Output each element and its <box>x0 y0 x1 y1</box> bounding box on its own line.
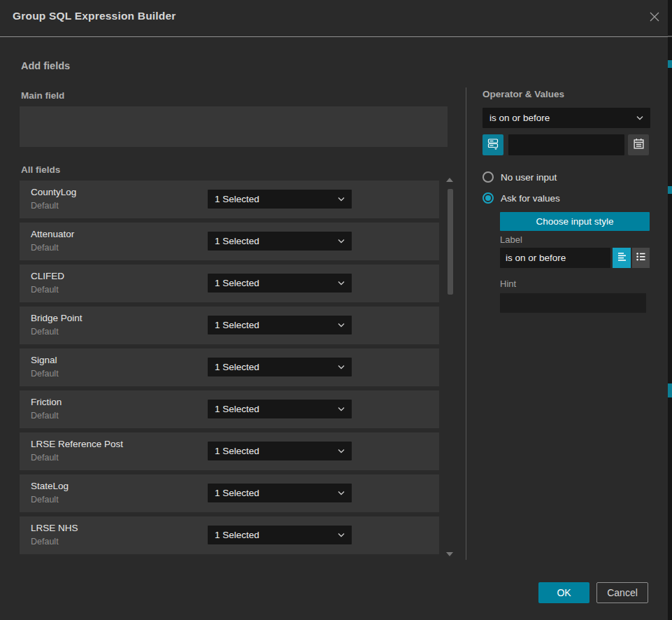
field-row: LRSE Reference Post Default 1 Selected <box>20 432 439 470</box>
operator-select-value: is on or before <box>489 113 550 123</box>
radio-ask-for-values[interactable]: Ask for values <box>482 192 560 204</box>
field-sublabel: Default <box>31 537 59 547</box>
align-left-icon <box>617 251 627 265</box>
hint-input[interactable] <box>500 293 646 313</box>
dialog-title: Group SQL Expression Builder <box>13 10 176 22</box>
field-values-select[interactable]: 1 Selected <box>208 274 352 293</box>
field-sublabel: Default <box>31 369 59 379</box>
field-values-select[interactable]: 1 Selected <box>208 190 352 209</box>
field-sublabel: Default <box>31 411 59 421</box>
bullet-list-icon <box>636 251 646 265</box>
chevron-down-icon <box>338 407 345 411</box>
chevron-down-icon <box>338 281 345 286</box>
radio-circle-checked <box>482 192 494 204</box>
chevron-down-icon <box>338 449 345 453</box>
calendar-icon <box>633 138 645 153</box>
radio-circle <box>482 171 494 183</box>
field-values-select[interactable]: 1 Selected <box>208 484 352 502</box>
close-button[interactable] <box>646 10 663 27</box>
main-field-container: CountyLog | Default From Date <box>20 106 448 147</box>
radio-ask-for-values-label: Ask for values <box>501 193 560 204</box>
chevron-down-icon <box>636 115 643 120</box>
field-row: Bridge Point Default 1 Selected <box>20 307 439 344</box>
cancel-button[interactable]: Cancel <box>596 582 648 603</box>
field-values-select[interactable]: 1 Selected <box>208 400 352 418</box>
field-values-select-value: 1 Selected <box>215 236 259 246</box>
field-name: LRSE Reference Post <box>31 439 123 449</box>
close-icon <box>648 10 661 26</box>
operator-select[interactable]: is on or before <box>482 108 650 128</box>
input-type-icon <box>487 137 499 153</box>
field-name: Attenuator <box>31 229 74 239</box>
field-values-select-value: 1 Selected <box>215 362 259 372</box>
dialog-surface: Group SQL Expression Builder Add fields … <box>0 0 668 620</box>
chevron-down-icon <box>338 491 345 495</box>
field-sublabel: Default <box>31 243 59 253</box>
chevron-down-icon <box>338 197 345 202</box>
chevron-down-icon <box>338 365 345 369</box>
main-field-heading: Main field <box>21 90 64 101</box>
title-separator <box>0 36 668 37</box>
field-row: CountyLog Default 1 Selected <box>20 181 439 218</box>
field-values-select-value: 1 Selected <box>215 530 259 540</box>
field-values-select-value: 1 Selected <box>215 446 259 456</box>
field-values-select[interactable]: 1 Selected <box>208 526 352 544</box>
group-sql-expression-builder-dialog: Group SQL Expression Builder Add fields … <box>0 0 672 620</box>
field-sublabel: Default <box>31 453 59 463</box>
hint-caption: Hint <box>500 279 516 289</box>
add-fields-heading: Add fields <box>21 60 70 71</box>
field-values-select[interactable]: 1 Selected <box>208 358 352 376</box>
label-caption: Label <box>500 234 522 245</box>
date-picker-button[interactable] <box>628 134 649 155</box>
field-sublabel: Default <box>31 285 59 295</box>
scrollbar-up-arrow[interactable] <box>446 178 453 182</box>
radio-no-user-input-label: No user input <box>501 172 557 183</box>
field-values-select-value: 1 Selected <box>215 488 259 498</box>
field-values-select-value: 1 Selected <box>215 278 259 288</box>
value-input[interactable] <box>508 134 624 155</box>
all-fields-list: CountyLog Default 1 Selected Attenuator … <box>20 181 439 558</box>
backdrop-fragment <box>668 383 672 397</box>
field-row: Signal Default 1 Selected <box>20 348 439 386</box>
choose-input-style-button[interactable]: Choose input style <box>500 212 650 231</box>
label-input[interactable] <box>500 248 610 268</box>
radio-no-user-input[interactable]: No user input <box>482 171 557 183</box>
field-row: CLIFED Default 1 Selected <box>20 265 439 302</box>
scrollbar-down-arrow[interactable] <box>446 552 453 556</box>
field-name: Signal <box>31 355 57 365</box>
field-values-select-value: 1 Selected <box>215 194 259 204</box>
field-values-select[interactable]: 1 Selected <box>208 316 352 334</box>
input-type-button[interactable] <box>482 134 503 155</box>
backdrop-fragment <box>668 60 672 68</box>
chevron-down-icon <box>338 323 345 327</box>
field-row: Attenuator Default 1 Selected <box>20 223 439 260</box>
backdrop-fragment <box>668 36 672 37</box>
all-fields-heading: All fields <box>21 164 60 175</box>
field-name: CLIFED <box>31 271 64 281</box>
field-sublabel: Default <box>31 327 59 337</box>
chevron-down-icon <box>338 239 345 244</box>
background-edge-strip <box>668 0 672 620</box>
field-sublabel: Default <box>31 495 59 505</box>
scrollbar-thumb[interactable] <box>448 189 453 295</box>
field-values-select-value: 1 Selected <box>215 320 259 330</box>
field-name: Bridge Point <box>31 313 83 323</box>
field-row: LRSE NHS Default 1 Selected <box>20 516 439 554</box>
field-row: StateLog Default 1 Selected <box>20 474 439 512</box>
field-name: CountyLog <box>31 187 76 197</box>
field-values-select[interactable]: 1 Selected <box>208 442 352 460</box>
ok-button[interactable]: OK <box>538 582 589 603</box>
field-name: LRSE NHS <box>31 523 78 533</box>
field-values-select-value: 1 Selected <box>215 404 259 414</box>
field-values-select[interactable]: 1 Selected <box>208 232 352 251</box>
field-row: Friction Default 1 Selected <box>20 390 439 428</box>
field-sublabel: Default <box>31 201 59 211</box>
chevron-down-icon <box>338 533 345 537</box>
align-left-style-button[interactable] <box>613 248 631 268</box>
operator-values-heading: Operator & Values <box>482 89 564 99</box>
backdrop-fragment <box>668 186 672 194</box>
field-name: StateLog <box>31 481 69 491</box>
bullet-list-style-button[interactable] <box>632 248 650 268</box>
panel-divider <box>466 87 466 560</box>
field-name: Friction <box>31 397 62 407</box>
